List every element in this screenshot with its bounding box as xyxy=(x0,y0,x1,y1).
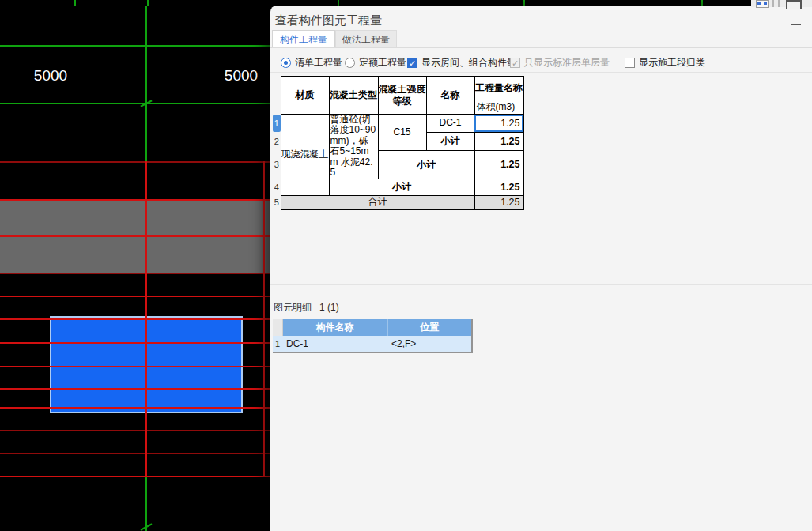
dimension-icon[interactable] xyxy=(756,0,769,8)
col-header-quantity: 工程量名称 xyxy=(474,77,523,100)
wall-line-h xyxy=(0,430,272,431)
checkbox-standard-layer: ✓ 只显示标准层单层量 xyxy=(510,55,610,70)
wall-line-h xyxy=(0,296,272,297)
tab-component-quantity[interactable]: 构件工程量 xyxy=(272,30,335,47)
toolbar-fragment xyxy=(751,0,812,7)
row-number[interactable]: 3 xyxy=(273,151,281,179)
dimension-label: 5000 xyxy=(225,67,258,85)
cell-name[interactable]: DC-1 xyxy=(426,115,474,133)
cell-total[interactable]: 合计 xyxy=(281,195,474,209)
divider xyxy=(270,72,812,73)
toolbar-separator xyxy=(778,0,780,7)
radio-label: 清单工程量 xyxy=(295,56,342,70)
options-row: 清单工程量 定额工程量 ✓ 显示房间、组合构件量 ✓ 只显示标准层单层量 显示施… xyxy=(270,55,812,70)
element-detail-label: 图元明细1 (1) xyxy=(274,301,339,314)
wall-line-h xyxy=(0,388,272,390)
element-detail-table: 构件名称 位置 1 DC-1 <2,F> xyxy=(273,319,473,353)
checkbox-label: 只显示标准层单层量 xyxy=(524,56,610,70)
checkbox-label: 显示施工段归类 xyxy=(639,56,705,70)
dialog-title: 查看构件图元工程量 xyxy=(275,13,382,28)
checkbox-checked-icon: ✓ xyxy=(407,58,417,68)
wall-line-h xyxy=(0,318,272,320)
checkbox-show-rooms[interactable]: ✓ 显示房间、组合构件量 xyxy=(407,55,516,70)
wall-line-v xyxy=(145,161,147,476)
radio-off-icon xyxy=(345,58,355,68)
cell-grade[interactable]: C15 xyxy=(378,115,426,151)
wall-line-h xyxy=(0,453,272,454)
element-detail-count: 1 (1) xyxy=(319,302,339,313)
axis-grid-line-v xyxy=(701,0,703,6)
axis-grid-line-v xyxy=(523,0,525,6)
detail-row-number[interactable]: 1 xyxy=(273,336,282,352)
wall-line-h xyxy=(0,476,272,477)
minimize-button[interactable] xyxy=(786,17,806,31)
cell-subtotal[interactable]: 小计 xyxy=(378,151,474,179)
tab-bar: 构件工程量 做法工程量 xyxy=(270,30,812,48)
col-header-strength-grade: 混凝土强度等级 xyxy=(378,77,426,115)
radio-label: 定额工程量 xyxy=(359,56,406,70)
wall-line-h xyxy=(0,199,272,201)
radio-list-quantity[interactable]: 清单工程量 xyxy=(281,55,342,70)
image-export-icon[interactable] xyxy=(786,0,802,9)
wall-line-h xyxy=(0,407,272,409)
cell-concrete-type[interactable]: 普通砼(坍落度10~90mm)，砾石5~15mm 水泥42.5 xyxy=(329,115,378,179)
detail-gutter-header xyxy=(273,319,282,336)
cell-value[interactable]: 1.25 xyxy=(474,179,523,195)
checkbox-unchecked-icon xyxy=(625,58,635,68)
detail-col-position: 位置 xyxy=(387,319,472,336)
wall-line-h xyxy=(0,273,272,274)
axis-grid-line-v xyxy=(338,0,339,6)
row-gutter-header xyxy=(273,77,281,115)
cell-value[interactable]: 1.25 xyxy=(474,151,523,179)
row-number[interactable]: 4 xyxy=(273,179,281,195)
wall-line-v xyxy=(263,161,265,476)
axis-grid-line-v xyxy=(147,0,149,6)
axis-grid-line-h xyxy=(0,103,272,104)
radio-on-icon xyxy=(281,58,291,68)
cell-value-selected[interactable]: 1.25 xyxy=(474,115,523,133)
checkbox-construction-section[interactable]: 显示施工段归类 xyxy=(625,55,705,70)
col-header-volume-unit: 体积(m3) xyxy=(474,100,523,115)
minimize-icon xyxy=(791,24,801,25)
row-number[interactable]: 1 xyxy=(273,115,281,133)
cad-top-strip xyxy=(0,0,812,6)
dimension-label: 5000 xyxy=(34,67,67,85)
quantity-table: 材质 混凝土类型 混凝土强度等级 名称 工程量名称 体积(m3) 1 现浇混凝土… xyxy=(273,76,524,210)
wall-line-h xyxy=(0,161,272,163)
tab-method-quantity[interactable]: 做法工程量 xyxy=(335,30,397,47)
checkbox-label: 显示房间、组合构件量 xyxy=(421,56,516,70)
quantity-dialog: 查看构件图元工程量 构件工程量 做法工程量 清单工程量 定额工程量 ✓ 显示房间… xyxy=(270,6,812,531)
wall-line-h xyxy=(0,235,272,237)
cell-subtotal[interactable]: 小计 xyxy=(329,179,474,195)
col-header-material: 材质 xyxy=(281,77,329,115)
axis-grid-line-v xyxy=(74,0,76,6)
row-number[interactable]: 2 xyxy=(273,132,281,151)
detail-col-component-name: 构件名称 xyxy=(282,319,387,336)
wall-line-h xyxy=(0,342,272,344)
detail-cell-component-name[interactable]: DC-1 xyxy=(282,336,387,352)
cell-value[interactable]: 1.25 xyxy=(474,195,523,209)
col-header-concrete-type: 混凝土类型 xyxy=(329,77,378,115)
checkbox-disabled-icon: ✓ xyxy=(510,58,520,68)
toolbar-separator xyxy=(772,0,774,7)
wall-line-h xyxy=(0,366,272,367)
radio-quota-quantity[interactable]: 定额工程量 xyxy=(345,55,406,70)
divider xyxy=(270,284,812,285)
axis-grid-line-h xyxy=(0,45,272,47)
row-number[interactable]: 5 xyxy=(273,195,281,209)
cell-value[interactable]: 1.25 xyxy=(474,132,523,151)
cell-material[interactable]: 现浇混凝土 xyxy=(281,115,329,196)
col-header-name: 名称 xyxy=(426,77,474,115)
cell-subtotal[interactable]: 小计 xyxy=(426,132,474,151)
cad-viewport[interactable]: 50005000 xyxy=(0,0,272,531)
detail-cell-position[interactable]: <2,F> xyxy=(387,336,472,352)
